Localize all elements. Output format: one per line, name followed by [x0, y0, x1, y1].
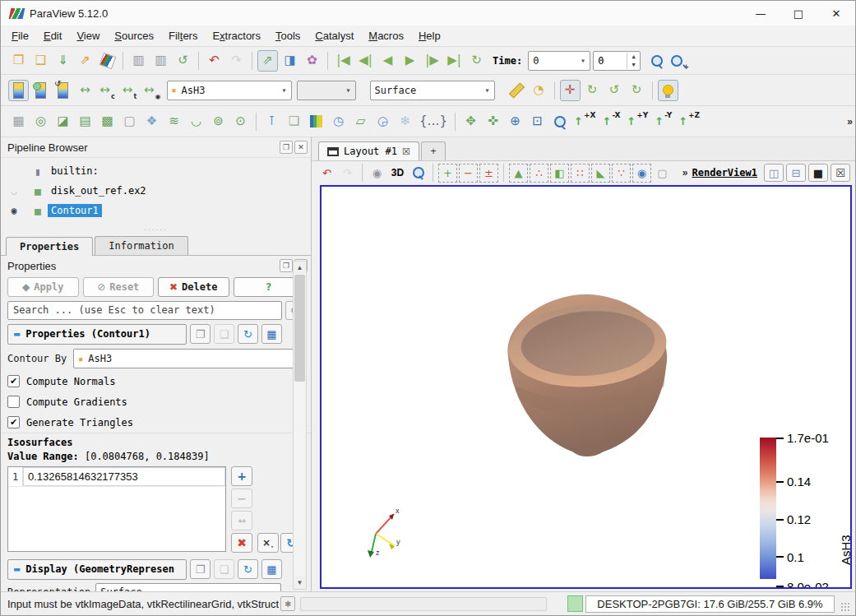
headlight-icon[interactable] [658, 80, 678, 101]
pipeline-item-builtin[interactable]: ▮ builtin: [1, 161, 311, 181]
set-view-plus-y-icon[interactable]: ↑+Y [624, 111, 650, 132]
contour-by-combo[interactable]: ▪ AsH3 ▾ [73, 349, 302, 368]
paste-display-icon[interactable]: ❏ [214, 559, 234, 579]
maximize-button[interactable]: □ [780, 1, 817, 25]
select-points-through-icon[interactable]: ∷ [571, 164, 590, 183]
visibility-eye-icon[interactable]: ◉ [6, 205, 22, 216]
menu-macros[interactable]: Macros [361, 27, 411, 44]
checkbox-icon[interactable]: ✔ [7, 375, 20, 387]
new-layout-tab-button[interactable]: + [421, 141, 446, 160]
undock-panel-icon[interactable]: ❐ [280, 259, 293, 272]
properties-section-header[interactable]: ▬ Properties (Contour1) [7, 324, 187, 345]
screenshot-icon[interactable]: ◉ [368, 164, 386, 183]
select-cells-through-icon[interactable]: ◧ [550, 164, 569, 183]
extract-selection-icon[interactable]: ❏ [284, 111, 304, 132]
scrollbar-thumb[interactable] [294, 275, 305, 382]
dismiss-message-icon[interactable]: ✱ [280, 596, 295, 611]
pipeline-item-contour1[interactable]: ◉ ■ Contour1 [1, 201, 311, 220]
selection-add-icon[interactable]: + [438, 164, 457, 183]
threshold-icon[interactable]: ▩ [97, 111, 118, 132]
zoom-camera-magnifier-icon[interactable] [409, 164, 428, 183]
pipeline-item-disk-out-ref[interactable]: ◡ ■ disk_out_ref.ex2 [1, 181, 311, 201]
colormap-editor-icon[interactable] [8, 80, 29, 101]
toolbar-overflow-chevron[interactable]: » [847, 116, 853, 127]
add-range-button[interactable]: ↔ [231, 511, 252, 530]
properties-scrollbar[interactable]: ▲ ▼ [293, 261, 307, 590]
rescale-visible-range-icon[interactable]: ↔◉ [141, 80, 164, 101]
spin-down-icon[interactable]: ▼ [627, 61, 640, 69]
copy-properties-icon[interactable]: ❐ [190, 324, 211, 344]
save-data-icon[interactable]: ⇓ [53, 50, 73, 72]
protractor-icon[interactable]: ◔ [529, 80, 549, 101]
reset-button[interactable]: ⊘Reset [83, 277, 155, 297]
representation-combo[interactable]: Surface ▾ [95, 583, 281, 591]
set-view-plus-x-icon[interactable]: ↑+X [571, 111, 598, 132]
group-datasets-icon[interactable]: ⊚ [208, 111, 229, 132]
camera-redo-icon[interactable]: ↷ [338, 164, 357, 183]
close-tab-icon[interactable]: ☒ [402, 146, 410, 157]
search-input[interactable] [7, 301, 282, 320]
select-cells-polygon-icon[interactable]: ◣ [591, 164, 610, 183]
loop-icon[interactable]: ↻ [466, 50, 487, 72]
delete-with-options-button[interactable]: ×˯ [257, 533, 279, 553]
checkbox-compute-normals[interactable]: ✔ Compute Normals [1, 371, 311, 391]
delete-button[interactable]: ✖Delete [158, 277, 229, 297]
checkbox-icon[interactable]: ✔ [7, 416, 20, 428]
toggle-2d3d-button[interactable]: 3D [388, 164, 407, 183]
reload-display-icon[interactable]: ↻ [238, 559, 258, 579]
load-state-icon[interactable]: ❑ [30, 50, 51, 72]
menu-tools[interactable]: Tools [268, 27, 308, 44]
probe-location-icon[interactable]: ⊺ [261, 111, 282, 132]
play-backward-icon[interactable]: ◀ [377, 50, 398, 72]
warp-by-vector-icon[interactable]: ◡ [186, 111, 206, 132]
find-data-icon[interactable]: ◨ [280, 50, 300, 72]
visibility-eye-icon[interactable]: ◡ [6, 185, 22, 197]
time-step-spinner[interactable]: 0 ▲▼ [593, 51, 641, 71]
close-button[interactable]: ✕ [817, 1, 855, 25]
menu-help[interactable]: Help [411, 27, 448, 44]
time-combo[interactable]: 0 ▾ [528, 51, 590, 71]
rotate-custom-angle-icon[interactable]: ↻ [627, 80, 647, 101]
auto-apply-icon[interactable]: ⇗ [257, 50, 278, 72]
close-panel-icon[interactable]: ✕ [294, 141, 308, 154]
render-viewport[interactable]: x y z 1.7e-01 0.14 [320, 185, 852, 589]
contour-surface-3d[interactable] [490, 287, 683, 472]
open-file-icon[interactable]: ❐ [8, 50, 29, 72]
extract-subset-icon[interactable]: ▢ [119, 111, 140, 132]
selection-toggle-icon[interactable]: ± [479, 164, 498, 183]
display-section-header[interactable]: ▬ Display (GeometryRepresen [7, 559, 187, 580]
scroll-up-icon[interactable]: ▲ [294, 262, 306, 274]
apply-button[interactable]: ◆Apply [7, 277, 79, 297]
camera-undo-icon[interactable]: ↶ [317, 164, 336, 183]
menu-edit[interactable]: Edit [36, 27, 69, 44]
layout-tab[interactable]: Layout #1 ☒ [318, 141, 419, 160]
export-scene-icon[interactable]: ⇗ [75, 50, 95, 72]
zoom-to-selection-icon[interactable] [549, 111, 570, 132]
tab-properties[interactable]: Properties [6, 237, 93, 256]
set-view-plus-z-icon[interactable]: ↑+Z [676, 111, 702, 132]
undo-icon[interactable]: ↶ [204, 50, 224, 72]
reset-colormap-range-icon[interactable] [53, 80, 73, 101]
clip-icon[interactable]: ◪ [53, 111, 73, 132]
checkbox-icon[interactable] [7, 396, 20, 408]
color-array-combo[interactable]: ▪ AsH3 ▾ [167, 81, 292, 100]
minimize-button[interactable]: — [742, 1, 780, 25]
remove-all-values-button[interactable]: ✖ [231, 533, 252, 553]
contour-icon[interactable]: ◎ [30, 111, 51, 132]
component-combo[interactable]: ▾ [297, 81, 356, 100]
checkbox-generate-triangles[interactable]: ✔ Generate Triangles [1, 412, 311, 433]
color-legend[interactable]: 1.7e-01 0.14 0.12 0.1 8.0e-02 [760, 433, 852, 589]
set-view-minus-x-icon[interactable]: ↑-X [599, 111, 622, 132]
connect-server-icon[interactable]: ▥ [128, 50, 149, 72]
reset-camera-icon[interactable]: ⊕ [505, 111, 525, 132]
close-view-button[interactable]: ☒ [831, 164, 850, 182]
programmable-filter-icon[interactable]: {…} [417, 111, 450, 132]
select-cells-on-icon[interactable]: ▲ [509, 164, 528, 183]
add-value-button[interactable]: + [231, 466, 252, 486]
reset-session-icon[interactable]: ↺ [173, 50, 193, 72]
menu-catalyst[interactable]: Catalyst [308, 27, 361, 44]
last-frame-icon[interactable]: ▶| [444, 50, 465, 72]
representation-toolbar-combo[interactable]: Surface ▾ [370, 81, 495, 100]
resize-grip[interactable] [840, 602, 850, 612]
previous-frame-icon[interactable]: ◀| [355, 50, 376, 72]
